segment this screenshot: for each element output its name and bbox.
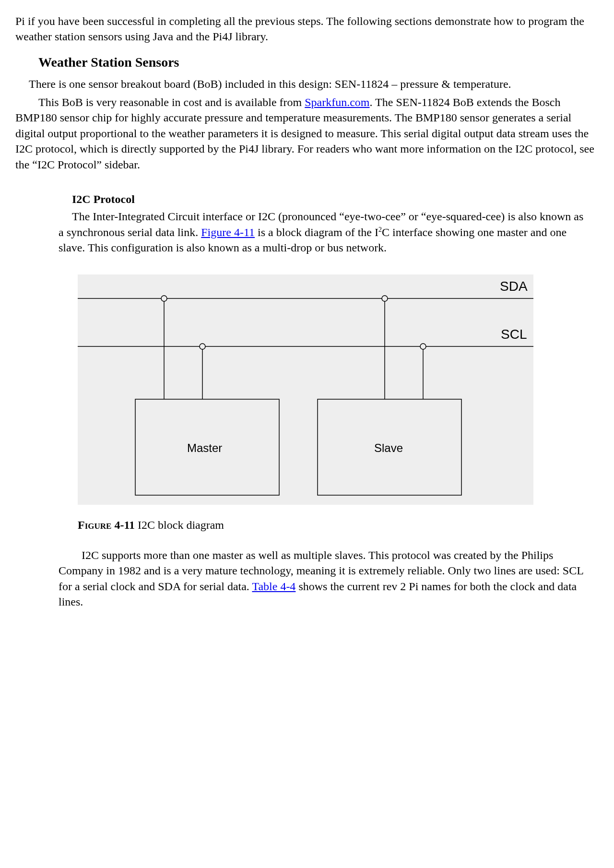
slave-box-label: Slave: [374, 441, 403, 454]
figure-label: Figure 4-11: [78, 519, 135, 531]
svg-point-6: [200, 344, 205, 349]
section-para-1: There is one sensor breakout board (BoB)…: [15, 76, 599, 92]
sidebar-para-2: I2C supports more than one master as wel…: [59, 547, 589, 610]
svg-point-4: [161, 296, 167, 301]
figure-caption-text: I2C block diagram: [135, 519, 224, 531]
para2-text-a: This BoB is very reasonable in cost and …: [38, 96, 305, 108]
sidebar-p1-b: is a block diagram of the I: [255, 226, 378, 238]
sparkfun-link[interactable]: Sparkfun.com: [305, 96, 369, 108]
section-para-2: This BoB is very reasonable in cost and …: [15, 95, 599, 172]
figure-4-11-container: SDA SCL Master Slave: [78, 274, 589, 533]
sda-label: SDA: [500, 279, 528, 294]
sidebar-para-1: The Inter-Integrated Circuit interface o…: [59, 209, 589, 255]
scl-label: SCL: [501, 327, 527, 342]
intro-paragraph: Pi if you have been successful in comple…: [15, 13, 599, 45]
svg-point-11: [420, 344, 426, 349]
figure-caption: Figure 4-11 I2C block diagram: [78, 517, 589, 533]
figure-4-11-link[interactable]: Figure 4-11: [201, 226, 255, 238]
table-4-4-link[interactable]: Table 4-4: [252, 580, 295, 593]
i2c-protocol-sidebar: I2C Protocol The Inter-Integrated Circui…: [59, 191, 599, 610]
superscript-2: 2: [378, 226, 382, 233]
i2c-block-diagram: SDA SCL Master Slave: [78, 274, 533, 505]
section-heading: Weather Station Sensors: [38, 53, 599, 71]
svg-point-9: [382, 296, 388, 301]
master-box-label: Master: [187, 441, 222, 454]
sidebar-heading: I2C Protocol: [72, 191, 589, 207]
